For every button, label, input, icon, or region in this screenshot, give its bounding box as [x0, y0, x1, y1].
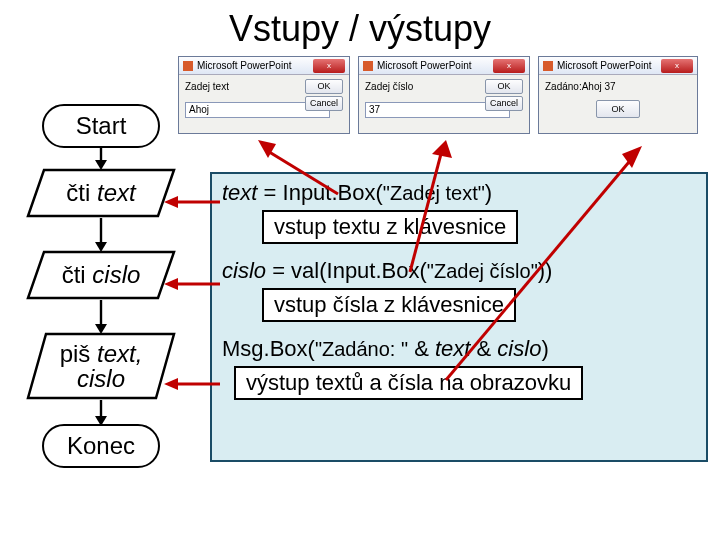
arrow-left-icon	[164, 376, 220, 394]
dialog-titlebar: Microsoft PowerPoint x	[179, 57, 349, 75]
dialog-2: Microsoft PowerPoint x Zadej číslo OK Ca…	[358, 56, 530, 134]
arrow-down-icon	[100, 218, 102, 250]
arrow-up-icon	[258, 140, 348, 204]
dialog-app-name: Microsoft PowerPoint	[377, 60, 471, 71]
dialog-app-name: Microsoft PowerPoint	[557, 60, 651, 71]
cancel-button[interactable]: Cancel	[305, 96, 343, 111]
flow-start: Start	[42, 104, 160, 148]
flowchart: Start čti text čti cislo piš text, cislo…	[26, 104, 176, 468]
app-icon	[183, 61, 193, 71]
svg-marker-16	[164, 378, 178, 390]
arrow-left-icon	[164, 276, 220, 294]
ok-button[interactable]: OK	[596, 100, 640, 118]
cancel-button[interactable]: Cancel	[485, 96, 523, 111]
dialog-3: Microsoft PowerPoint x Zadáno:Ahoj 37 OK	[538, 56, 698, 134]
svg-marker-10	[95, 416, 107, 426]
flow-write: piš text, cislo	[26, 332, 176, 400]
flow-var: text	[97, 179, 136, 206]
arrow-down-icon	[100, 400, 102, 424]
arrow-up-icon	[440, 146, 650, 390]
dialog-body: Zadej číslo OK Cancel 37	[359, 75, 529, 133]
code-var: text	[222, 180, 257, 205]
flow-label: čti	[62, 261, 93, 288]
dialog-titlebar: Microsoft PowerPoint x	[539, 57, 697, 75]
dialog-row: Microsoft PowerPoint x Zadej text OK Can…	[178, 56, 698, 134]
dialog-1: Microsoft PowerPoint x Zadej text OK Can…	[178, 56, 350, 134]
dialog-body: Zadej text OK Cancel Ahoj	[179, 75, 349, 133]
close-icon[interactable]: x	[493, 59, 525, 73]
svg-marker-14	[164, 278, 178, 290]
dialog-prompt: Zadáno:Ahoj 37	[545, 81, 691, 92]
svg-marker-12	[164, 196, 178, 208]
ok-button[interactable]: OK	[305, 79, 343, 94]
arrow-down-icon	[100, 300, 102, 332]
arrow-left-icon	[164, 194, 220, 212]
svg-line-19	[410, 150, 442, 272]
app-icon	[543, 61, 553, 71]
flow-read-text: čti text	[26, 168, 176, 218]
code-text: &	[408, 336, 435, 361]
code-text: Msg.Box(	[222, 336, 315, 361]
flow-end: Konec	[42, 424, 160, 468]
svg-line-21	[446, 156, 634, 380]
code-var: cislo	[222, 258, 266, 283]
arrow-down-icon	[100, 148, 102, 168]
flow-label: čti	[66, 179, 97, 206]
close-icon[interactable]: x	[313, 59, 345, 73]
flow-var: cislo	[92, 261, 140, 288]
page-title: Vstupy / výstupy	[0, 0, 720, 52]
dialog-app-name: Microsoft PowerPoint	[197, 60, 291, 71]
flow-label: piš	[60, 340, 97, 367]
ok-button[interactable]: OK	[485, 79, 523, 94]
code-arg: "Zadáno: "	[315, 338, 408, 360]
dialog-body: Zadáno:Ahoj 37 OK	[539, 75, 697, 133]
app-icon	[363, 61, 373, 71]
flow-read-cislo: čti cislo	[26, 250, 176, 300]
svg-line-17	[266, 150, 338, 194]
dialog-titlebar: Microsoft PowerPoint x	[359, 57, 529, 75]
close-icon[interactable]: x	[661, 59, 693, 73]
